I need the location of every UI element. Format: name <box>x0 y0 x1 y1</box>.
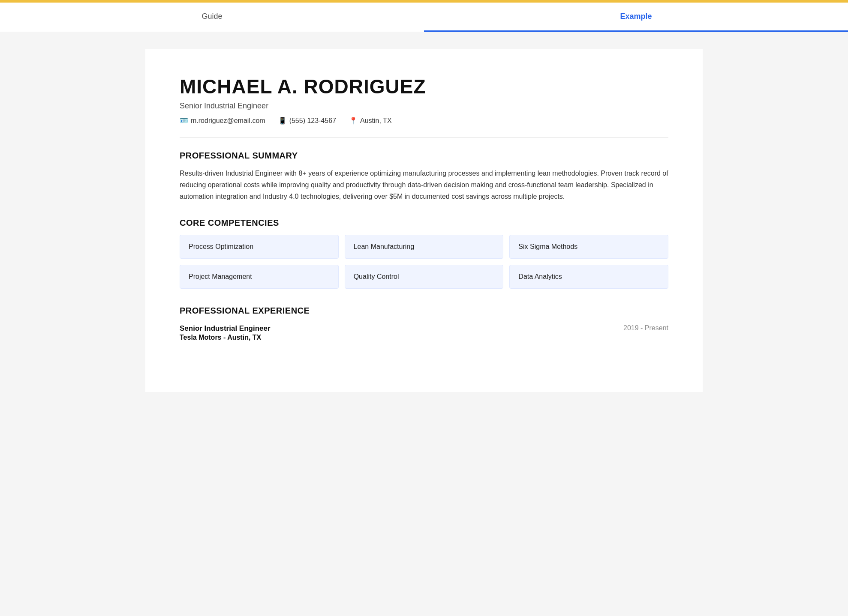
job-entry: Senior Industrial Engineer 2019 - Presen… <box>180 324 668 341</box>
professional-summary-text: Results-driven Industrial Engineer with … <box>180 167 668 203</box>
core-competencies-section: CORE COMPETENCIES Process Optimization L… <box>180 218 668 289</box>
content-area: MICHAEL A. RODRIGUEZ Senior Industrial E… <box>145 49 703 392</box>
core-competencies-title: CORE COMPETENCIES <box>180 218 668 228</box>
job-company: Tesla Motors - Austin, TX <box>180 334 668 341</box>
resume-name: MICHAEL A. RODRIGUEZ <box>180 75 668 98</box>
competency-item: Process Optimization <box>180 235 339 259</box>
tab-guide[interactable]: Guide <box>0 3 424 32</box>
competency-item: Project Management <box>180 265 339 289</box>
contact-email: 🪪 m.rodriguez@email.com <box>180 117 265 125</box>
contact-location: 📍 Austin, TX <box>349 117 392 125</box>
tab-example[interactable]: Example <box>424 3 848 32</box>
divider <box>180 138 668 138</box>
resume-header: MICHAEL A. RODRIGUEZ Senior Industrial E… <box>180 75 668 125</box>
job-header: Senior Industrial Engineer 2019 - Presen… <box>180 324 668 333</box>
competency-item: Lean Manufacturing <box>345 235 504 259</box>
location-icon: 📍 <box>349 117 358 125</box>
contact-phone: 📱 (555) 123-4567 <box>278 117 336 125</box>
competency-item: Six Sigma Methods <box>509 235 668 259</box>
competencies-grid: Process Optimization Lean Manufacturing … <box>180 235 668 289</box>
email-icon: 🪪 <box>180 117 188 125</box>
professional-experience-section: PROFESSIONAL EXPERIENCE Senior Industria… <box>180 306 668 341</box>
competency-item: Data Analytics <box>509 265 668 289</box>
job-title: Senior Industrial Engineer <box>180 324 271 333</box>
competency-item: Quality Control <box>345 265 504 289</box>
tabs-container: Guide Example <box>0 3 848 32</box>
job-date: 2019 - Present <box>623 324 668 332</box>
contact-row: 🪪 m.rodriguez@email.com 📱 (555) 123-4567… <box>180 117 668 125</box>
resume-title: Senior Industrial Engineer <box>180 102 668 111</box>
professional-experience-title: PROFESSIONAL EXPERIENCE <box>180 306 668 316</box>
professional-summary-section: PROFESSIONAL SUMMARY Results-driven Indu… <box>180 151 668 203</box>
professional-summary-title: PROFESSIONAL SUMMARY <box>180 151 668 161</box>
phone-icon: 📱 <box>278 117 287 125</box>
